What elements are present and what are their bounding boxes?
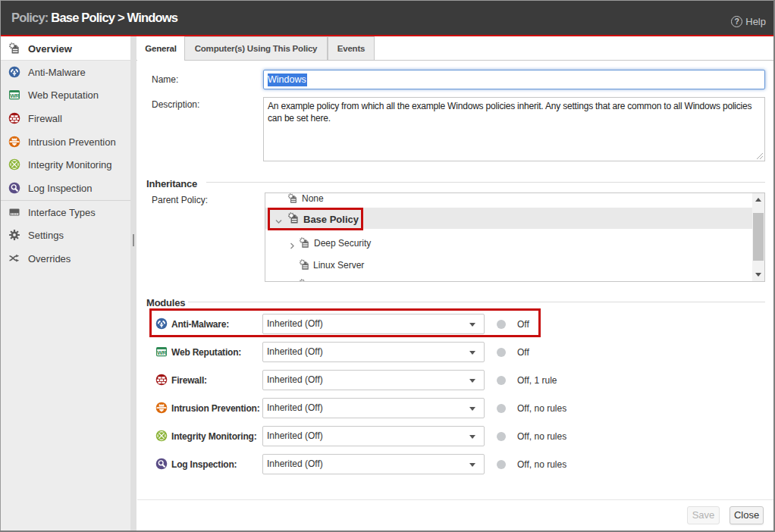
svg-text:WR: WR <box>157 349 167 356</box>
svg-text:WR: WR <box>10 92 20 99</box>
